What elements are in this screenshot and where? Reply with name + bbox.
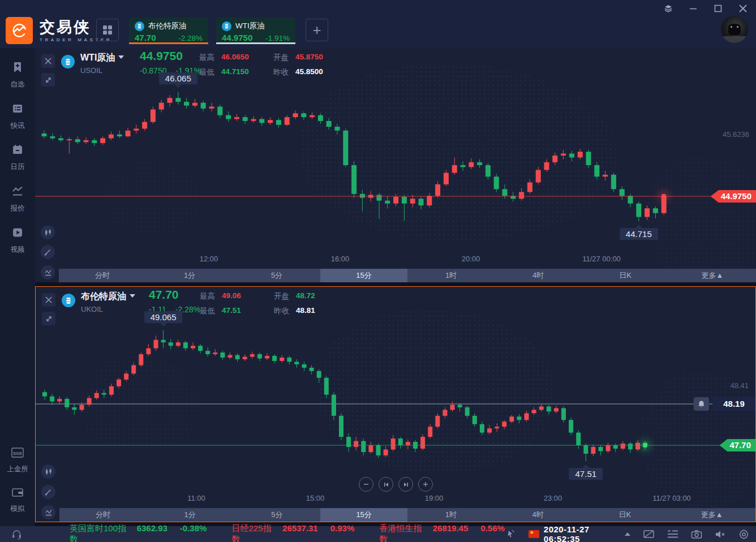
list-settings-icon[interactable] [667,530,678,539]
draw-tool-button[interactable] [41,245,55,259]
chart-type-button[interactable] [41,464,55,479]
prevclose-label: 昨收 [273,67,289,78]
maximize-button[interactable] [713,3,723,14]
close-button[interactable] [738,3,748,14]
candle [469,162,474,167]
sidebar-item-news[interactable]: 快讯 [0,96,35,137]
timeframe-1时[interactable]: 1时 [407,508,495,522]
expand-panel-button[interactable] [42,312,55,325]
indicator-button[interactable] [41,505,55,519]
layers-icon[interactable] [663,3,673,14]
candle [636,204,641,217]
timeframe-4时[interactable]: 4时 [495,508,582,522]
candle [175,98,181,102]
close-panel-button[interactable] [41,54,55,68]
sidebar-item-video[interactable]: 视频 [0,220,35,261]
candle [294,362,299,364]
index-name: 英国富时100指数 [70,523,129,542]
sidebar-item-calendar[interactable]: 日历 [0,137,35,179]
mute-icon[interactable] [715,530,726,539]
timeframe-row-wti: 分时1分5分15分1时4时日K更多▲ [35,269,756,282]
candle [402,197,407,204]
minimize-button[interactable] [688,3,698,14]
expand-panel-button[interactable] [41,73,55,87]
index-ticker[interactable]: 英国富时100指数6362.93-0.38% [70,523,207,542]
timeframe-1分[interactable]: 1分 [146,269,233,282]
candle [420,437,425,449]
time-axis-label: 11/27 03:00 [652,494,691,502]
sidebar-item-watchlist[interactable]: 自选 [0,55,35,96]
oil-barrel-icon [135,21,144,31]
zoom-in-button[interactable] [418,477,433,492]
timeframe-4时[interactable]: 4时 [495,269,582,282]
timeframe-更多▲[interactable]: 更多▲ [669,269,756,282]
tab-quote-row: 44.9750-1.91% [216,31,295,42]
tab-price: 44.9750 [222,33,252,42]
timeframe-分时[interactable]: 分时 [59,269,146,282]
index-ticker[interactable]: 香港恒生指数26819.450.56% [379,523,505,542]
candle [159,103,164,110]
chart-area-brent[interactable]: 布伦特原油 UKOIL 47.70 -1.11-2.28% 最高 49.06 开… [36,287,755,508]
timeframe-日K[interactable]: 日K [582,269,669,282]
instrument-tab-2[interactable]: WTI原油44.9750-1.91% [216,18,295,44]
sidebar-item-label: 模拟 [0,504,35,514]
index-value: 26819.45 [433,523,469,533]
candle [376,445,381,455]
instrument-name-block[interactable]: WTI原油 USOIL [80,52,124,75]
camera-icon[interactable] [691,530,702,539]
go-start-button[interactable] [379,477,393,492]
timeframe-更多▲[interactable]: 更多▲ [668,508,755,522]
candle [217,106,222,115]
candle [293,113,298,117]
indicator-button[interactable] [41,265,55,279]
zoom-out-button[interactable] [359,477,373,492]
instrument-tab-1[interactable]: 布伦特原油47.70-2.28% [129,18,208,44]
candle [310,368,314,371]
timeframe-15分[interactable]: 15分 [320,508,407,522]
candle [265,356,269,358]
timeframe-5分[interactable]: 5分 [233,269,320,282]
candle [287,358,291,362]
chevron-down-icon [130,294,135,298]
timeframe-bar-brent: 分时1分5分15分1时4时日K更多▲ [59,508,755,522]
panel-header-brent: 布伦特原油 UKOIL 47.70 -1.11-2.28% 最高 49.06 开… [36,287,398,332]
headset-icon[interactable] [11,529,22,540]
candle [519,192,524,199]
settings-gear-icon[interactable] [738,529,749,540]
instrument-name-block[interactable]: 布伦特原油 UKOIL [81,291,135,313]
go-end-button[interactable] [398,477,413,492]
time-axis-label: 11:00 [187,494,205,502]
clock-region-selector[interactable]: ★ 2020-11-27 06:52:35 [529,524,630,542]
chart-type-button[interactable] [41,225,55,239]
layout-grid-button[interactable] [96,19,119,41]
add-tab-button[interactable]: + [306,19,328,41]
timeframe-分时[interactable]: 分时 [59,508,147,522]
index-ticker[interactable]: 日经225指数26537.310.93% [231,523,354,542]
candle [84,140,89,142]
timeframe-1分[interactable]: 1分 [147,508,234,522]
price-alert[interactable]: 48.19 [694,397,755,411]
close-panel-button[interactable] [42,293,55,307]
candle [398,438,403,445]
candle [603,175,608,177]
screen-share-off-icon[interactable] [643,529,655,539]
candle [578,152,583,157]
sidebar-item-quotes[interactable]: 报价 [0,179,35,220]
cursor-click-icon[interactable] [505,528,516,540]
candle [552,156,557,162]
avatar[interactable] [721,16,748,43]
candle [583,445,588,454]
draw-tool-button[interactable] [41,485,55,499]
sidebar-item-sge[interactable]: SGE上金所 [0,441,35,481]
session-low-tooltip: 44.715 [620,228,658,240]
timeframe-1时[interactable]: 1时 [407,269,495,282]
sidebar-item-demo[interactable]: 模拟 [0,481,35,521]
bell-icon[interactable] [694,397,709,411]
timeframe-5分[interactable]: 5分 [234,508,321,522]
timeframe-15分[interactable]: 15分 [320,269,407,282]
chart-area-wti[interactable]: WTI原油 USOIL 44.9750 -0.8750-1.91% 最高 46.… [35,48,756,269]
candle [176,342,181,346]
alert-price-label: 48.19 [712,397,755,411]
candle [72,407,76,410]
timeframe-日K[interactable]: 日K [582,508,669,522]
